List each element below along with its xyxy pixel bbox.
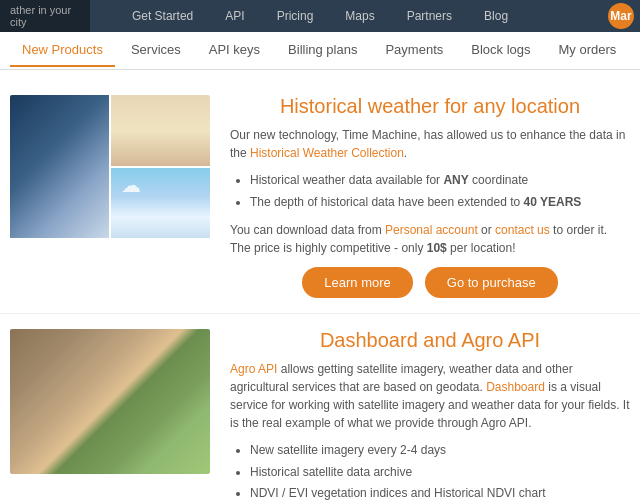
weather-text: Historical weather for any location Our …	[230, 95, 630, 298]
subnav-services[interactable]: Services	[119, 34, 193, 67]
agro-list-item-1: New satellite imagery every 2-4 days	[250, 440, 630, 462]
nav-partners[interactable]: Partners	[407, 9, 452, 23]
weather-list: Historical weather data available for AN…	[230, 170, 630, 213]
weather-img-field	[111, 95, 210, 166]
subnav-my-orders[interactable]: My orders	[547, 34, 629, 67]
contact-us-link[interactable]: contact us	[495, 223, 550, 237]
location-hint: ather in your city	[0, 0, 90, 32]
weather-buttons: Learn more Go to purchase	[230, 267, 630, 298]
nav-api[interactable]: API	[225, 9, 244, 23]
nav-maps[interactable]: Maps	[345, 9, 374, 23]
content: Historical weather for any location Our …	[0, 70, 640, 500]
subnav-billing-plans[interactable]: Billing plans	[276, 34, 369, 67]
agro-list: New satellite imagery every 2-4 days His…	[230, 440, 630, 500]
agro-text: Dashboard and Agro API Agro API allows g…	[230, 329, 630, 500]
nav-blog[interactable]: Blog	[484, 9, 508, 23]
agro-list-item-2: Historical satellite data archive	[250, 462, 630, 484]
nav-get-started[interactable]: Get Started	[132, 9, 193, 23]
agro-list-item-3: NDVI / EVI vegetation indices and Histor…	[250, 483, 630, 500]
top-nav: ather in your city Get Started API Prici…	[0, 0, 640, 32]
weather-title: Historical weather for any location	[230, 95, 630, 118]
weather-image	[10, 95, 210, 240]
agro-api-link[interactable]: Agro API	[230, 362, 277, 376]
section-agro-api: Dashboard and Agro API Agro API allows g…	[0, 314, 640, 500]
subnav-payments[interactable]: Payments	[373, 34, 455, 67]
weather-list-item-1: Historical weather data available for AN…	[250, 170, 630, 192]
subnav-my-profile[interactable]: My profile	[632, 34, 640, 67]
agro-image	[10, 329, 210, 474]
historical-weather-link[interactable]: Historical Weather Collection	[250, 146, 404, 160]
sub-nav: New Products Services API keys Billing p…	[0, 32, 640, 70]
go-to-purchase-button[interactable]: Go to purchase	[425, 267, 558, 298]
subnav-api-keys[interactable]: API keys	[197, 34, 272, 67]
section-historical-weather: Historical weather for any location Our …	[0, 80, 640, 314]
nav-pricing[interactable]: Pricing	[277, 9, 314, 23]
subnav-block-logs[interactable]: Block logs	[459, 34, 542, 67]
weather-download-desc: You can download data from Personal acco…	[230, 221, 630, 257]
subnav-new-products[interactable]: New Products	[10, 34, 115, 67]
weather-img-sky	[111, 168, 210, 239]
agro-title: Dashboard and Agro API	[230, 329, 630, 352]
weather-img-night	[10, 95, 109, 238]
agro-desc: Agro API allows getting satellite imager…	[230, 360, 630, 432]
personal-account-link[interactable]: Personal account	[385, 223, 478, 237]
top-nav-links: Get Started API Pricing Maps Partners Bl…	[132, 9, 508, 23]
weather-desc: Our new technology, Time Machine, has al…	[230, 126, 630, 162]
weather-list-item-2: The depth of historical data have been e…	[250, 192, 630, 214]
dashboard-link[interactable]: Dashboard	[486, 380, 545, 394]
weather-collage	[10, 95, 210, 240]
learn-more-button[interactable]: Learn more	[302, 267, 412, 298]
avatar[interactable]: Mar	[608, 3, 634, 29]
